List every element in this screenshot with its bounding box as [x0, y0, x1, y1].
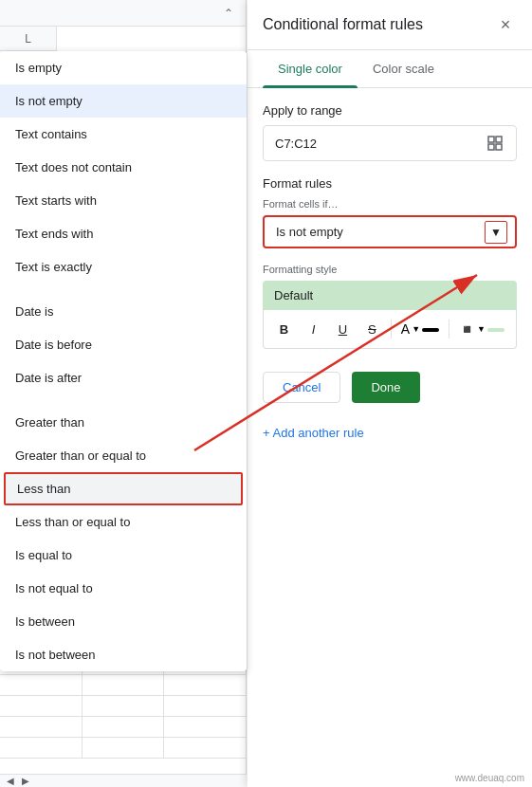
- scroll-right-icon[interactable]: ▶: [19, 775, 32, 788]
- font-color-dropdown-icon: ▼: [412, 324, 420, 334]
- grid-row: [0, 738, 247, 759]
- dropdown-item-less-than-or-equal[interactable]: Less than or equal to: [0, 505, 247, 539]
- tabs-container: Single color Color scale: [248, 50, 532, 88]
- cell-l-header: L: [0, 27, 57, 51]
- dropdown-item-date-is-after[interactable]: Date is after: [0, 361, 247, 394]
- dropdown-item-is-not-between[interactable]: Is not between: [0, 638, 247, 671]
- chevron-up-icon[interactable]: ⌃: [219, 4, 238, 23]
- dropdown-item-text-starts-with[interactable]: Text starts with: [0, 184, 247, 217]
- conditional-format-panel: Conditional format rules × Single color …: [248, 0, 532, 787]
- default-style-box: Default: [263, 281, 517, 310]
- panel-content: Apply to range Format rules Format cells…: [248, 88, 532, 787]
- spreadsheet-area: ⌃ L Is empty Is not empty Text contains …: [0, 0, 247, 787]
- dropdown-item-is-between[interactable]: Is between: [0, 605, 247, 638]
- strikethrough-button[interactable]: S: [359, 316, 385, 342]
- grid-cell[interactable]: [0, 696, 83, 716]
- grid-row: [0, 717, 247, 738]
- grid-cell[interactable]: [164, 675, 247, 695]
- toolbar-divider-2: [449, 320, 449, 339]
- fill-color-icon: ◾: [459, 321, 475, 337]
- format-cells-if-label: Format cells if…: [263, 198, 517, 210]
- fill-color-indicator: [487, 328, 504, 332]
- panel-title: Conditional format rules: [263, 16, 423, 33]
- dropdown-item-text-does-not-contain[interactable]: Text does not contain: [0, 151, 247, 184]
- underline-button[interactable]: U: [330, 316, 356, 342]
- tab-color-scale[interactable]: Color scale: [358, 50, 449, 87]
- svg-rect-2: [488, 144, 494, 150]
- sheet-header: ⌃: [0, 0, 246, 27]
- dropdown-item-is-not-empty[interactable]: Is not empty: [0, 84, 247, 118]
- dropdown-item-is-not-equal-to[interactable]: Is not equal to: [0, 572, 247, 605]
- tab-single-color[interactable]: Single color: [263, 50, 358, 87]
- formatting-style-label: Formatting style: [263, 264, 517, 275]
- grid-cell[interactable]: [164, 717, 247, 737]
- toolbar-divider: [391, 320, 392, 339]
- panel-actions: Cancel Done: [263, 372, 517, 403]
- dropdown-item-is-equal-to[interactable]: Is equal to: [0, 539, 247, 572]
- select-dropdown-arrow[interactable]: ▼: [485, 221, 507, 244]
- dropdown-divider-2: [0, 394, 247, 406]
- grid-row: [0, 675, 247, 696]
- grid-cell[interactable]: [164, 738, 247, 758]
- dropdown-item-date-is-before[interactable]: Date is before: [0, 328, 247, 361]
- format-condition-value: Is not empty: [276, 225, 343, 239]
- horizontal-scrollbar[interactable]: ◀ ▶: [0, 774, 247, 787]
- add-rule-label: + Add another rule: [263, 426, 364, 440]
- italic-button[interactable]: I: [301, 316, 326, 342]
- grid-row: [0, 696, 247, 717]
- dropdown-item-less-than[interactable]: Less than: [4, 472, 243, 505]
- cancel-button[interactable]: Cancel: [263, 372, 340, 403]
- watermark: www.deuaq.com: [455, 773, 524, 783]
- dropdown-item-greater-than[interactable]: Greater than: [0, 406, 247, 439]
- grid-cell[interactable]: [83, 675, 165, 695]
- format-condition-select[interactable]: Is not empty ▼: [263, 215, 517, 248]
- grid-cell[interactable]: [83, 696, 165, 716]
- done-button[interactable]: Done: [352, 372, 419, 403]
- dropdown-item-text-ends-with[interactable]: Text ends with: [0, 217, 247, 250]
- font-color-indicator: [422, 328, 439, 332]
- formatting-toolbar: B I U S A ▼ ◾ ▼: [263, 310, 517, 349]
- dropdown-item-is-empty[interactable]: Is empty: [0, 51, 247, 84]
- apply-to-range-label: Apply to range: [263, 103, 517, 118]
- add-rule-button[interactable]: + Add another rule: [263, 418, 517, 448]
- format-rules-section: Format rules Format cells if… Is not emp…: [263, 176, 517, 248]
- grid-cell[interactable]: [0, 675, 83, 695]
- svg-rect-1: [496, 137, 502, 142]
- dropdown-item-greater-than-or-equal[interactable]: Greater than or equal to: [0, 439, 247, 472]
- grid-select-icon[interactable]: [486, 134, 504, 153]
- range-input[interactable]: [275, 137, 486, 151]
- grid-cell[interactable]: [83, 717, 165, 737]
- dropdown-menu: Is empty Is not empty Text contains Text…: [0, 51, 247, 671]
- svg-rect-3: [496, 144, 502, 150]
- bold-button[interactable]: B: [271, 316, 297, 342]
- dropdown-item-text-contains[interactable]: Text contains: [0, 118, 247, 151]
- fill-color-button[interactable]: ◾ ▼: [455, 316, 508, 342]
- panel-header: Conditional format rules ×: [248, 0, 532, 50]
- format-rules-label: Format rules: [263, 176, 517, 191]
- grid-cell[interactable]: [83, 738, 165, 758]
- close-button[interactable]: ×: [494, 13, 517, 36]
- font-color-label: A: [401, 321, 410, 337]
- dropdown-item-text-is-exactly[interactable]: Text is exactly: [0, 250, 247, 284]
- dropdown-divider-1: [0, 284, 247, 295]
- grid-cell[interactable]: [164, 696, 247, 716]
- dropdown-item-date-is[interactable]: Date is: [0, 295, 247, 328]
- range-input-wrapper[interactable]: [263, 125, 517, 161]
- svg-rect-0: [488, 137, 494, 142]
- grid-cell[interactable]: [0, 738, 83, 758]
- fill-color-dropdown-icon: ▼: [477, 324, 486, 334]
- scroll-left-icon[interactable]: ◀: [4, 775, 17, 788]
- font-color-button[interactable]: A ▼: [397, 316, 443, 342]
- grid-cell[interactable]: [0, 717, 83, 737]
